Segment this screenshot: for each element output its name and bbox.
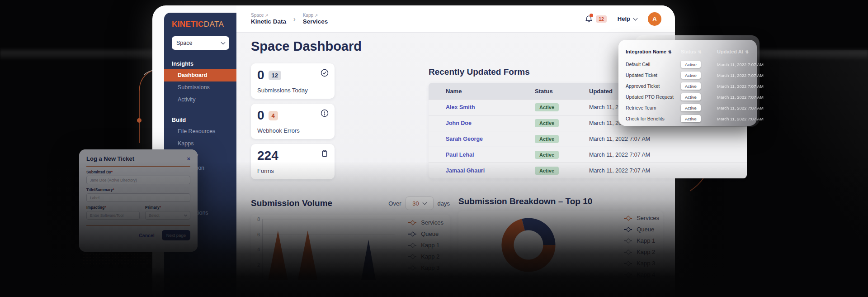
modal-dim-overlay [79, 149, 198, 252]
content-area: Space ↗ Kinetic Data › Kapp ↗ Services [236, 5, 675, 297]
avatar[interactable]: A [648, 12, 661, 26]
external-link-icon: ↗ [265, 13, 269, 18]
sort-icon: ⇅ [668, 50, 672, 54]
notifications-button[interactable]: 12 [585, 14, 607, 23]
legend-item-kapp-1[interactable]: Kapp 1 [408, 242, 443, 249]
form-name-link[interactable]: Jamaal Ghauri [446, 168, 485, 174]
legend-item-services[interactable]: Services [408, 219, 443, 226]
chevron-down-icon [221, 40, 226, 45]
legend-marker [408, 222, 416, 223]
legend-item-queue[interactable]: Queue [624, 226, 659, 233]
legend-marker [408, 256, 416, 257]
svg-text:6: 6 [257, 232, 260, 237]
integration-updated-at: March 11, 2022 7:07 AM [717, 73, 764, 78]
status-badge: Active [535, 151, 559, 159]
integration-name-header: Integration Name [626, 49, 666, 54]
legend-item-services[interactable]: Services [624, 215, 659, 221]
volume-legend: ServicesQueueKapp 1Kapp 2Kapp 3 [408, 219, 443, 271]
integration-status-badge: Active [681, 61, 701, 68]
sidebar-item-kapps[interactable]: Kapps [164, 138, 236, 150]
sidebar-item-dashboard[interactable]: Dashboard [164, 69, 236, 81]
legend-label: Kapp 3 [421, 264, 439, 271]
volume-title: Submission Volume [251, 198, 332, 208]
breakdown-legend: ServicesQueueKapp 1Kapp 2Kapp 3Kapp 4 [624, 215, 659, 278]
form-name-link[interactable]: Sarah George [446, 136, 483, 142]
integration-header-row: Integration Name⇅ Status⇅ Updated At⇅ [618, 46, 757, 57]
top-bar: Space ↗ Kinetic Data › Kapp ↗ Services [236, 5, 675, 33]
legend-item-queue[interactable]: Queue [408, 230, 443, 237]
integration-status-header: Status [681, 49, 696, 54]
legend-marker [624, 252, 632, 253]
integration-name: Retrieve Team [626, 105, 656, 110]
integration-row[interactable]: Approved TicketActiveMarch 11, 2022 7:07… [618, 80, 757, 91]
integration-name: Updated Ticket [626, 72, 657, 78]
stat-card-webhook-errors: 04Webhook Errors [251, 104, 335, 139]
legend-marker [408, 234, 416, 235]
svg-text:8: 8 [257, 216, 260, 222]
status-badge: Active [535, 103, 559, 111]
days-label: days [438, 200, 450, 207]
legend-marker [624, 218, 632, 219]
help-menu[interactable]: Help [618, 15, 637, 22]
legend-label: Kapp 1 [421, 242, 439, 249]
updated-timestamp: March 11, 2022 7:07 AM [589, 136, 650, 142]
log-new-ticket-modal: Log a New Ticket × Submitted By*Jane Doe… [79, 149, 198, 252]
integration-sort-name[interactable]: Integration Name⇅ [626, 49, 681, 54]
sidebar-item-file-resources[interactable]: File Resources [164, 125, 236, 138]
stat-badge: 4 [269, 111, 278, 120]
integration-row[interactable]: Retrieve TeamActiveMarch 11, 2022 7:07 A… [618, 102, 757, 113]
legend-item-kapp-3[interactable]: Kapp 3 [624, 260, 659, 267]
integration-row[interactable]: Updated PTO RequestActiveMarch 11, 2022 … [618, 91, 757, 102]
integration-updated-at: March 11, 2022 7:07 AM [717, 62, 764, 67]
over-label: Over [388, 200, 401, 207]
legend-label: Kapp 4 [637, 271, 655, 278]
sidebar-section-label-insights: Insights [172, 61, 236, 67]
integration-status-badge: Active [681, 115, 701, 122]
svg-text:4: 4 [257, 247, 260, 252]
form-name-link[interactable]: John Doe [446, 120, 472, 126]
integration-row[interactable]: Check for BenefitsActiveMarch 11, 2022 7… [618, 113, 757, 124]
updated-timestamp: March 11, 2022 7:07 AM [589, 152, 650, 158]
integration-panel: Integration Name⇅ Status⇅ Updated At⇅ De… [618, 40, 757, 126]
legend-label: Queue [421, 230, 439, 237]
logo-secondary: DATA [204, 20, 224, 29]
stat-value: 224 [257, 149, 278, 162]
column-header-name[interactable]: Name [429, 88, 535, 95]
integration-row[interactable]: Updated TicketActiveMarch 11, 2022 7:07 … [618, 69, 757, 80]
legend-item-kapp-4[interactable]: Kapp 4 [624, 271, 659, 278]
legend-label: Services [637, 215, 659, 221]
app-window: KINETICDATA Space InsightsDashboardSubmi… [152, 5, 675, 297]
page-title: Space Dashboard [251, 39, 362, 54]
integration-rows: Default CellActiveMarch 11, 2022 7:07 AM… [618, 58, 757, 124]
sidebar-item-submissions[interactable]: Submissions [164, 81, 236, 94]
external-link-icon: ↗ [315, 13, 318, 18]
integration-sort-status[interactable]: Status⇅ [681, 49, 717, 54]
legend-label: Kapp 2 [421, 253, 439, 260]
stat-card-submissions-today: 012Submissions Today [251, 63, 335, 99]
chevron-down-icon [633, 16, 638, 20]
form-name-link[interactable]: Paul Lehal [446, 152, 474, 158]
integration-updated-at: March 11, 2022 7:07 AM [717, 95, 764, 100]
integration-sort-updated[interactable]: Updated At⇅ [717, 49, 750, 54]
range-control: Over 30 days [388, 196, 450, 210]
table-row[interactable]: Jamaal GhauriActiveMarch 11, 2022 7:07 A… [429, 163, 747, 178]
sort-icon: ⇅ [698, 50, 702, 54]
table-row[interactable]: Sarah GeorgeActiveMarch 11, 2022 7:07 AM [429, 131, 747, 147]
stat-label: Webhook Errors [257, 127, 300, 134]
legend-item-kapp-1[interactable]: Kapp 1 [624, 237, 659, 244]
integration-row[interactable]: Default CellActiveMarch 11, 2022 7:07 AM [618, 58, 757, 69]
integration-status-badge: Active [681, 104, 701, 111]
range-select[interactable]: 30 [406, 196, 434, 210]
legend-item-kapp-2[interactable]: Kapp 2 [408, 253, 443, 260]
legend-item-kapp-2[interactable]: Kapp 2 [624, 249, 659, 255]
table-row[interactable]: Paul LehalActiveMarch 11, 2022 7:07 AM [429, 147, 747, 163]
breadcrumb-space[interactable]: Space ↗ Kinetic Data [251, 13, 286, 25]
space-select[interactable]: Space [172, 36, 229, 50]
sidebar-item-activity[interactable]: Activity [164, 94, 236, 106]
form-name-link[interactable]: Alex Smith [446, 104, 475, 110]
breadcrumb-kapp[interactable]: Kapp ↗ Services [303, 13, 328, 25]
legend-marker [624, 274, 632, 275]
legend-item-kapp-3[interactable]: Kapp 3 [408, 264, 443, 271]
column-header-status[interactable]: Status [535, 88, 589, 95]
logo-primary: KINETIC [172, 20, 204, 29]
